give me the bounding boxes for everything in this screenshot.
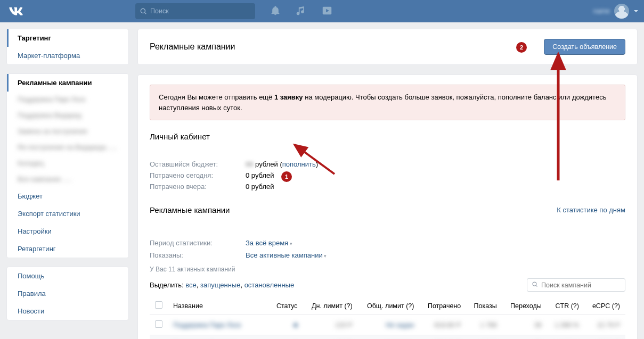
campaigns-section-title: Рекламные кампании [150,205,230,214]
header-search[interactable] [135,3,255,19]
sidebar-item-market[interactable]: Маркет-платформа [7,47,128,64]
sidebar-item-targeting[interactable]: Таргетинг [7,29,128,47]
spent-today-value: 0 рублей [246,171,274,179]
sidebar-item-help[interactable]: Помощь [7,267,128,285]
topup-link[interactable]: пополнить [282,160,316,168]
annotation-badge-2: 2 [516,42,527,53]
col-clicks: Переходы [502,297,547,315]
col-total-limit: Общ. лимит (?) [358,297,420,315]
campaign-search-input[interactable] [541,282,621,289]
cell-status[interactable]: ■ [294,321,298,329]
sidebar-group-campaigns: Рекламные кампании Поддержка Парк Лоск П… [6,73,129,258]
filter-period-label: Период статистики: [150,239,246,247]
budget-remaining-currency: рублей [255,160,278,168]
filter-shown-label: Показаны: [150,251,246,259]
campaigns-table: Название Статус Дн. лимит (?) Общ. лимит… [150,297,625,339]
spent-yesterday-value: 0 рублей [246,183,274,191]
col-spent: Потрачено [419,297,466,315]
cell-spent: 818.80 P [434,321,461,329]
col-status: Статус [269,297,303,315]
cell-name[interactable]: Поддержка Парк Лоск [173,321,241,329]
notice-text-pre: Сегодня Вы можете отправить ещё [159,93,274,101]
cell-clicks: 38 [534,321,542,329]
dashboard-card: Сегодня Вы можете отправить ещё 1 заявку… [137,75,638,339]
annotation-badge-1: 1 [281,171,292,182]
account-title: Личный кабинет [150,132,625,141]
svg-point-2 [533,282,536,286]
title-card: Рекламные кампании Создать объявление [137,29,638,65]
moderation-notice: Сегодня Вы можете отправить ещё 1 заявку… [150,85,625,120]
notifications-icon[interactable] [270,5,281,18]
cell-day-limit: 133 P [335,321,353,329]
sidebar-item-budget[interactable]: Бюджет [7,187,128,205]
select-all-link[interactable]: все [185,281,197,289]
create-ad-button[interactable]: Создать объявление [544,39,625,55]
table-row[interactable]: Поддержка Видарид ■ 133 P Не задан 727.8… [150,335,625,340]
sidebar-item-export[interactable]: Экспорт статистики [7,205,128,222]
cell-ctr: 1.398 % [555,321,579,329]
select-stopped-link[interactable]: остановленные [244,281,295,289]
campaign-search[interactable] [527,278,625,292]
col-name: Название [168,297,269,315]
select-all-checkbox[interactable] [155,301,162,309]
select-running-link[interactable]: запущенные [200,281,240,289]
spent-today-row: Потрачено сегодня: 0 рублей [150,171,625,179]
music-icon[interactable] [296,5,306,18]
search-icon [532,281,538,289]
search-input[interactable] [150,7,241,15]
user-avatar[interactable] [614,4,629,19]
active-campaigns-count: У Вас 11 активных кампаний [150,266,625,273]
select-label: Выделить: [150,281,184,289]
sidebar-campaign-blurred[interactable]: Замена за построение [7,123,128,139]
col-ctr: CTR (?) [547,297,584,315]
table-header-row: Название Статус Дн. лимит (?) Общ. лимит… [150,297,625,315]
vk-logo[interactable] [9,4,23,19]
sidebar-group-targeting: Таргетинг Маркет-платформа [6,29,129,65]
sidebar-item-news[interactable]: Новости [7,302,128,320]
sidebar-item-settings[interactable]: Настройки [7,222,128,240]
sidebar-header-campaigns: Рекламные кампании [7,74,128,92]
sidebar-campaign-blurred[interactable]: Поддержка Парк Лоск [7,92,128,108]
header-user-block[interactable]: name [593,4,639,19]
sidebar: Таргетинг Маркет-платформа Рекламные кам… [6,29,129,329]
col-ecpc: eCPC (?) [584,297,625,315]
budget-remaining-row: Оставшийся бюджет: 00 рублей (пополнить) [150,160,625,168]
col-day-limit: Дн. лимит (?) [303,297,358,315]
daily-stats-link[interactable]: К статистике по дням [557,206,625,214]
sidebar-campaign-blurred[interactable]: Поддержка Видарид [7,108,128,123]
sidebar-campaign-blurred[interactable]: Re-построение на Видарида ..... [7,139,128,155]
sidebar-group-help: Помощь Правила Новости [6,267,129,320]
sidebar-campaign-blurred[interactable]: Колодец [7,155,128,171]
col-impressions: Показы [466,297,502,315]
cell-ecpc: 22.79 P [597,321,620,329]
filter-shown-row: Показаны: Все активные кампании [150,251,625,259]
sidebar-campaign-blurred[interactable]: Все кампании ..... [7,171,128,187]
header-icons [270,5,333,18]
cell-total-limit[interactable]: Не задан [386,321,414,329]
select-row: Выделить: все, запущенные, остановленные [150,278,625,292]
filter-shown-value[interactable]: Все активные кампании [246,251,327,259]
notice-text-bold: 1 заявку [274,93,303,101]
app-header: name [0,0,644,22]
spent-today-label: Потрачено сегодня: [150,171,246,179]
table-row[interactable]: Поддержка Парк Лоск ■ 133 P Не задан 818… [150,315,625,335]
sidebar-item-rules[interactable]: Правила [7,285,128,302]
filter-period-value[interactable]: За всё время [246,239,292,247]
sidebar-item-retargeting[interactable]: Ретаргетинг [7,240,128,258]
chevron-down-icon [633,9,639,14]
budget-remaining-amount: 00 [246,160,253,168]
cell-impressions: 1 788 [480,321,496,329]
svg-point-0 [141,9,145,13]
page-title: Рекламные кампании [150,42,235,52]
page-body: Таргетинг Маркет-платформа Рекламные кам… [0,22,644,339]
video-play-icon[interactable] [321,5,333,18]
filter-period-row: Период статистики: За всё время [150,239,625,247]
user-name: name [593,7,610,15]
search-icon [140,7,147,15]
row-checkbox[interactable] [155,320,162,328]
budget-remaining-label: Оставшийся бюджет: [150,160,246,168]
main-content: Рекламные кампании Создать объявление Се… [137,29,638,339]
spent-yesterday-row: Потрачено вчера: 0 рублей [150,183,625,191]
spent-yesterday-label: Потрачено вчера: [150,183,246,191]
